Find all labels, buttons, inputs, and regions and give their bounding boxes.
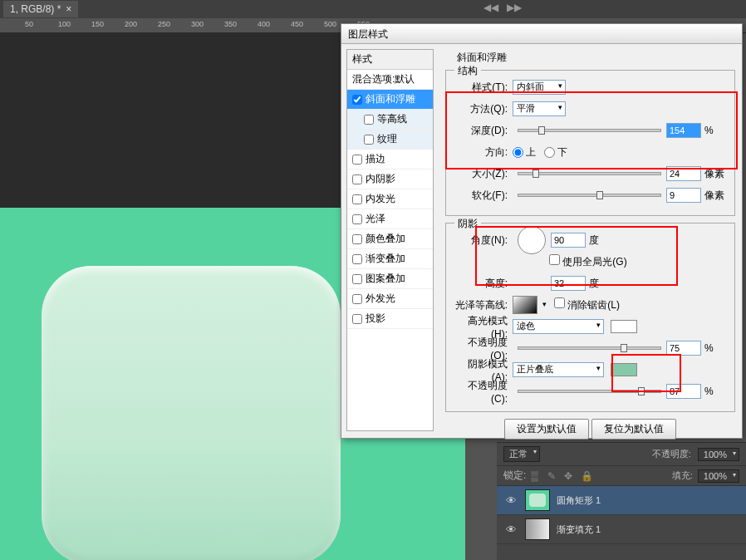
global-light-checkbox[interactable]: 使用全局光(G) [549, 254, 627, 269]
lock-transparency-icon[interactable]: ▒ [531, 470, 542, 482]
styles-header: 样式 [347, 50, 433, 70]
layer-name: 渐变填充 1 [557, 523, 601, 536]
highlight-opacity-input[interactable] [666, 341, 701, 356]
style-label: 样式(T): [453, 81, 513, 95]
style-checkbox[interactable] [364, 115, 374, 125]
soften-label: 软化(F): [453, 189, 513, 203]
size-label: 大小(Z): [453, 167, 513, 181]
nav-next-icon[interactable]: ▶▶ [507, 2, 522, 13]
style-checkbox[interactable] [352, 234, 362, 244]
layer-thumbnail[interactable] [525, 489, 550, 511]
style-checkbox[interactable] [364, 135, 374, 145]
bevel-settings-panel: 斜面和浮雕 结构 样式(T): 内斜面 方法(Q): 平滑 深度(D): % [439, 44, 742, 436]
depth-slider[interactable] [518, 129, 661, 132]
fill-dropdown[interactable]: 100% [698, 469, 739, 483]
layer-row[interactable]: 👁 圆角矩形 1 [497, 486, 746, 515]
blend-mode-dropdown[interactable]: 正常 [503, 446, 540, 462]
gloss-contour-label: 光泽等高线: [453, 298, 513, 312]
document-tab-bar: 1, RGB/8) * × [0, 0, 746, 18]
gloss-contour-picker[interactable] [513, 296, 537, 314]
close-icon[interactable]: × [66, 3, 71, 15]
style-outer-glow[interactable]: 外发光 [347, 289, 433, 309]
style-checkbox[interactable] [352, 194, 362, 204]
tab-title: 1, RGB/8) * [10, 3, 61, 15]
lock-label: 锁定: [503, 469, 526, 483]
shadow-opacity-slider[interactable] [518, 390, 661, 393]
style-stroke[interactable]: 描边 [347, 150, 433, 169]
layer-name: 圆角矩形 1 [557, 494, 601, 507]
bevel-style-dropdown[interactable]: 内斜面 [513, 80, 566, 95]
lock-all-icon[interactable]: 🔒 [581, 470, 592, 482]
style-checkbox[interactable] [352, 294, 362, 304]
highlight-mode-dropdown[interactable]: 滤色 [513, 319, 604, 334]
structure-fieldset: 结构 样式(T): 内斜面 方法(Q): 平滑 深度(D): % 方向: [445, 70, 735, 216]
style-checkbox[interactable] [352, 174, 362, 184]
rounded-rectangle-shape[interactable] [42, 266, 341, 560]
style-checkbox[interactable] [352, 95, 362, 105]
panel-title: 斜面和浮雕 [445, 51, 735, 65]
opacity-label: 不透明度: [652, 448, 691, 460]
layers-panel: 正常 不透明度: 100% 锁定: ▒ ✎ ✥ 🔒 填充: 100% 👁 圆角矩… [497, 442, 746, 560]
style-satin[interactable]: 光泽 [347, 209, 433, 229]
depth-input[interactable] [666, 123, 701, 138]
method-label: 方法(Q): [453, 102, 513, 116]
size-input[interactable] [666, 166, 701, 181]
make-default-button[interactable]: 设置为默认值 [504, 419, 589, 440]
opacity-dropdown[interactable]: 100% [698, 448, 739, 461]
panel-nav: ◀◀ ▶▶ [483, 2, 522, 13]
visibility-icon[interactable]: 👁 [503, 523, 518, 536]
visibility-icon[interactable]: 👁 [503, 494, 518, 507]
soften-slider[interactable] [518, 194, 661, 197]
style-contour[interactable]: 等高线 [347, 110, 433, 130]
altitude-input[interactable] [551, 276, 586, 291]
lock-brush-icon[interactable]: ✎ [547, 470, 559, 482]
technique-dropdown[interactable]: 平滑 [513, 101, 566, 116]
depth-label: 深度(D): [453, 124, 513, 138]
direction-down-radio[interactable]: 下 [544, 145, 567, 160]
blend-options-item[interactable]: 混合选项:默认 [347, 70, 433, 90]
style-bevel-emboss[interactable]: 斜面和浮雕 [347, 90, 433, 110]
style-gradient-overlay[interactable]: 渐变叠加 [347, 249, 433, 269]
lock-position-icon[interactable]: ✥ [564, 470, 576, 482]
direction-up-radio[interactable]: 上 [513, 145, 536, 160]
style-checkbox[interactable] [352, 214, 362, 224]
soften-input[interactable] [666, 188, 701, 203]
document-tab[interactable]: 1, RGB/8) * × [3, 1, 78, 17]
size-slider[interactable] [518, 172, 661, 175]
highlight-opacity-slider[interactable] [518, 346, 661, 350]
shadow-opacity-label: 不透明度(C): [453, 379, 513, 405]
layer-row[interactable]: 👁 渐变填充 1 [497, 515, 746, 544]
styles-list: 样式 混合选项:默认 斜面和浮雕 等高线 纹理 描边 内阴影 内发光 光泽 颜色… [346, 49, 434, 431]
angle-dial[interactable] [518, 226, 546, 254]
shading-fieldset: 阴影 角度(N): 度 使用全局光(G) 高度: 度 光泽等高线 [445, 223, 735, 412]
style-inner-shadow[interactable]: 内阴影 [347, 169, 433, 189]
style-drop-shadow[interactable]: 投影 [347, 309, 433, 329]
style-pattern-overlay[interactable]: 图案叠加 [347, 269, 433, 289]
shadow-color-swatch[interactable] [611, 363, 637, 376]
fill-label: 填充: [672, 469, 693, 482]
angle-input[interactable] [551, 233, 586, 248]
style-inner-glow[interactable]: 内发光 [347, 189, 433, 209]
layer-style-dialog: 图层样式 样式 混合选项:默认 斜面和浮雕 等高线 纹理 描边 内阴影 内发光 … [341, 23, 743, 439]
structure-legend: 结构 [454, 64, 481, 78]
angle-label: 角度(N): [453, 233, 513, 248]
style-color-overlay[interactable]: 颜色叠加 [347, 229, 433, 249]
antialias-checkbox[interactable]: 消除锯齿(L) [554, 297, 620, 312]
style-checkbox[interactable] [352, 155, 362, 165]
reset-default-button[interactable]: 复位为默认值 [591, 419, 676, 440]
shadow-opacity-input[interactable] [666, 384, 701, 399]
shadow-mode-dropdown[interactable]: 正片叠底 [513, 362, 604, 377]
direction-label: 方向: [453, 145, 513, 160]
style-checkbox[interactable] [352, 254, 362, 264]
style-checkbox[interactable] [352, 314, 362, 324]
style-checkbox[interactable] [352, 274, 362, 284]
layer-thumbnail[interactable] [525, 518, 550, 540]
nav-prev-icon[interactable]: ◀◀ [483, 2, 498, 13]
dialog-title[interactable]: 图层样式 [341, 24, 742, 44]
style-texture[interactable]: 纹理 [347, 130, 433, 150]
highlight-color-swatch[interactable] [611, 320, 637, 333]
altitude-label: 高度: [453, 277, 513, 291]
shading-legend: 阴影 [454, 217, 481, 231]
